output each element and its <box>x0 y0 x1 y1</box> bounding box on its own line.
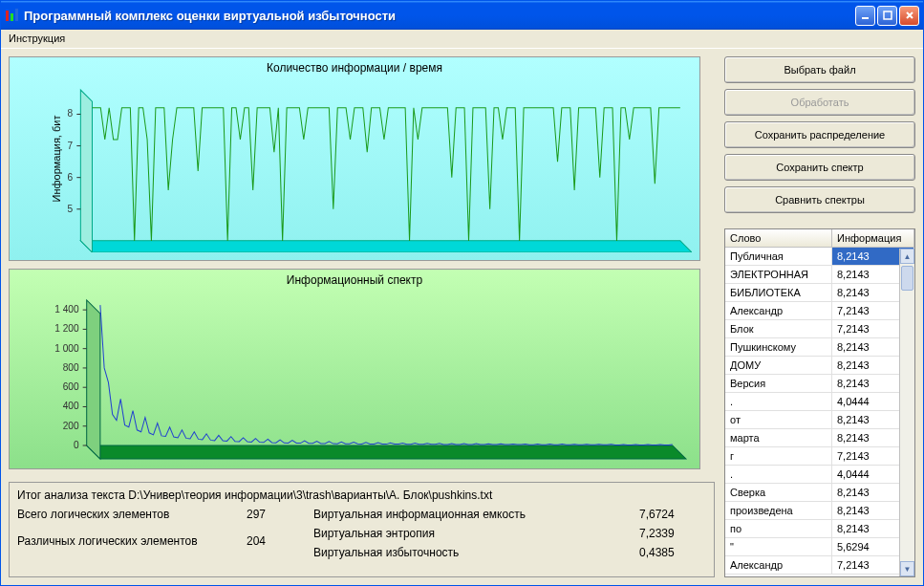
svg-text:600: 600 <box>63 381 79 392</box>
cell-word: марта <box>725 429 832 447</box>
chart-spectrum: Информационный спектр 02004006008001 000… <box>9 269 700 469</box>
scroll-up-icon[interactable]: ▲ <box>900 249 914 264</box>
summary-panel: Итог анализа текста D:\Универ\теория инф… <box>9 482 715 577</box>
window-title: Программный комплекс оценки виртуальной … <box>24 9 855 23</box>
table-row[interactable]: от8,2143 <box>725 411 914 429</box>
titlebar: Программный комплекс оценки виртуальной … <box>1 1 923 30</box>
app-window: Программный комплекс оценки виртуальной … <box>0 0 924 586</box>
table-header: Слово Информация <box>725 229 914 248</box>
table-row[interactable]: ЭЛЕКТРОННАЯ8,2143 <box>725 266 914 284</box>
svg-rect-4 <box>884 11 892 19</box>
chart2-title: Информационный спектр <box>10 270 699 289</box>
ventropy-label: Виртуальная энтропия <box>313 527 639 540</box>
svg-text:8: 8 <box>68 109 74 119</box>
svg-text:5: 5 <box>68 204 74 214</box>
svg-text:7: 7 <box>68 141 74 151</box>
cell-word: Блок <box>725 320 832 338</box>
table-body: Публичная8,2143ЭЛЕКТРОННАЯ8,2143БИБЛИОТЕ… <box>725 248 914 576</box>
select-file-button[interactable]: Выбрать файл <box>724 56 915 83</box>
svg-rect-0 <box>6 11 9 21</box>
svg-marker-6 <box>80 90 92 252</box>
vcapacity-value: 7,6724 <box>639 508 706 521</box>
table-row[interactable]: марта8,2143 <box>725 429 914 447</box>
svg-text:6: 6 <box>68 172 74 183</box>
ventropy-value: 7,2339 <box>639 527 706 540</box>
svg-marker-5 <box>80 241 692 252</box>
button-panel: Выбрать файл Обработать Сохранить распре… <box>724 56 915 219</box>
distinct-elements-label: Различных логических элементов <box>17 534 247 548</box>
summary-title: Итог анализа текста D:\Универ\теория инф… <box>17 488 706 502</box>
distinct-elements-value: 204 <box>247 534 313 548</box>
cell-word: от <box>725 411 832 429</box>
svg-text:1 400: 1 400 <box>54 304 79 315</box>
table-row[interactable]: ДОМУ8,2143 <box>725 357 914 375</box>
svg-text:200: 200 <box>63 421 79 431</box>
vredund-value: 0,4385 <box>639 546 706 559</box>
table-row[interactable]: Сверка8,2143 <box>725 484 914 502</box>
svg-marker-15 <box>87 445 686 459</box>
table-row[interactable]: г7,2143 <box>725 447 914 466</box>
table-row[interactable]: "5,6294 <box>725 538 914 556</box>
maximize-button[interactable] <box>877 6 897 26</box>
svg-text:1 000: 1 000 <box>54 343 79 354</box>
save-distribution-button[interactable]: Сохранить распределение <box>724 121 915 148</box>
table-row[interactable]: Блок7,2143 <box>725 320 914 338</box>
cell-word: г <box>725 447 832 466</box>
table-row[interactable]: .4,0444 <box>725 466 914 484</box>
minimize-button[interactable] <box>855 6 875 26</box>
vcapacity-label: Виртуальная информационная емкость <box>313 508 639 521</box>
total-elements-value: 297 <box>247 508 313 521</box>
cell-word: по <box>725 520 832 538</box>
app-icon <box>5 8 20 23</box>
svg-rect-3 <box>862 17 869 19</box>
chart2-plot: 02004006008001 0001 2001 400 <box>29 294 692 461</box>
cell-word: произведена <box>725 502 832 520</box>
table-row[interactable]: произведена8,2143 <box>725 502 914 520</box>
client-area: Количество информации / время Информация… <box>1 49 923 585</box>
close-button[interactable] <box>899 6 919 26</box>
process-button[interactable]: Обработать <box>724 89 915 116</box>
col-word[interactable]: Слово <box>725 229 832 247</box>
total-elements-label: Всего логических элементов <box>17 508 247 521</box>
cell-word: Публичная <box>725 248 832 266</box>
compare-spectra-button[interactable]: Сравнить спектры <box>724 186 915 213</box>
menu-instruction[interactable]: Инструкция <box>3 32 71 45</box>
svg-text:800: 800 <box>63 362 79 373</box>
svg-rect-2 <box>15 9 18 21</box>
cell-word: Александр <box>725 302 832 320</box>
scroll-down-icon[interactable]: ▼ <box>900 561 914 576</box>
cell-word: ЭЛЕКТРОННАЯ <box>725 266 832 284</box>
cell-word: Версия <box>725 375 832 393</box>
svg-rect-1 <box>11 13 13 21</box>
scrollbar[interactable]: ▲ ▼ <box>899 249 914 576</box>
word-table: Слово Информация Публичная8,2143ЭЛЕКТРОН… <box>724 228 915 577</box>
cell-word: ДОМУ <box>725 357 832 375</box>
cell-word: . <box>725 393 832 411</box>
svg-text:400: 400 <box>63 402 79 412</box>
title-buttons <box>855 6 919 26</box>
svg-text:1 200: 1 200 <box>54 323 79 334</box>
chart1-title: Количество информации / время <box>10 57 699 76</box>
svg-text:0: 0 <box>74 440 79 450</box>
col-info[interactable]: Информация <box>832 229 914 247</box>
scroll-thumb[interactable] <box>901 266 913 291</box>
table-row[interactable]: Александр7,2143 <box>725 302 914 320</box>
table-row[interactable]: .4,0444 <box>725 393 914 411</box>
cell-word: . <box>725 466 832 484</box>
cell-word: Пушкинскому <box>725 338 832 357</box>
svg-marker-16 <box>87 300 100 459</box>
cell-word: Сверка <box>725 484 832 502</box>
table-row[interactable]: Пушкинскому8,2143 <box>725 338 914 357</box>
table-row[interactable]: Публичная8,2143 <box>725 248 914 266</box>
cell-word: БИБЛИОТЕКА <box>725 284 832 302</box>
save-spectrum-button[interactable]: Сохранить спектр <box>724 154 915 181</box>
table-row[interactable]: Александр7,2143 <box>725 556 914 575</box>
table-row[interactable]: БИБЛИОТЕКА8,2143 <box>725 284 914 302</box>
cell-word: " <box>725 538 832 556</box>
chart-info-time: Количество информации / время Информация… <box>9 56 700 261</box>
vredund-label: Виртуальная избыточность <box>313 546 639 559</box>
menubar: Инструкция <box>1 30 923 49</box>
cell-word: Александр <box>725 556 832 575</box>
table-row[interactable]: по8,2143 <box>725 520 914 538</box>
table-row[interactable]: Версия8,2143 <box>725 375 914 393</box>
